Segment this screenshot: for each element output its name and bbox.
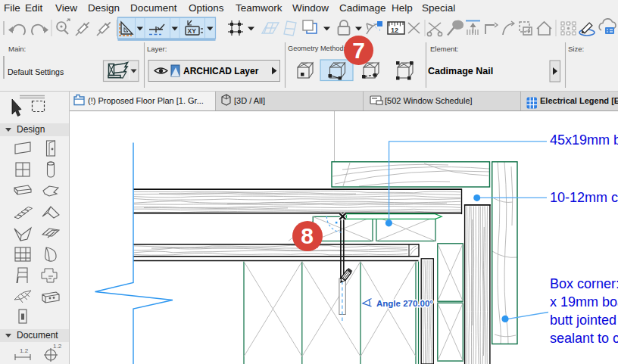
svg-text:Angle 270.00°: Angle 270.00° bbox=[376, 299, 433, 308]
svg-text:1.2: 1.2 bbox=[20, 347, 29, 354]
svg-text:x 19mm boards: x 19mm boards bbox=[550, 294, 618, 310]
svg-text:butt jointed with: butt jointed with bbox=[550, 313, 618, 328]
svg-text:10-12mm cavity: 10-12mm cavity bbox=[550, 190, 618, 205]
svg-text:45x19mm battens: 45x19mm battens bbox=[550, 132, 618, 148]
svg-text:sealant to corner: sealant to corner bbox=[550, 331, 618, 346]
svg-text:12: 12 bbox=[391, 26, 398, 34]
svg-text:Box corner: 135: Box corner: 135 bbox=[550, 276, 618, 291]
svg-text:XY: XY bbox=[188, 27, 197, 35]
svg-text:1.2: 1.2 bbox=[53, 343, 62, 350]
svg-text:ARCHICAD Layer: ARCHICAD Layer bbox=[183, 66, 259, 76]
